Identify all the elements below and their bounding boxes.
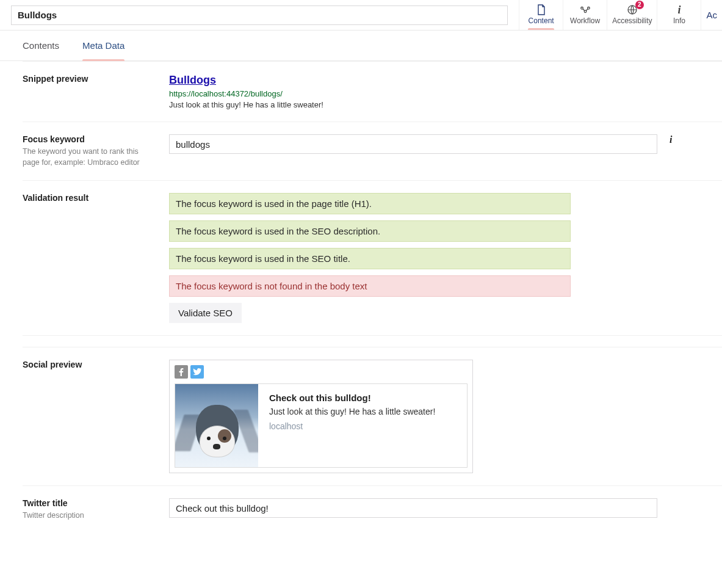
row-focus-keyword: Focus keyword The keyword you want to ra… bbox=[23, 122, 722, 181]
editor-header: Content Workflow 2 Accessibility i Info … bbox=[0, 0, 722, 31]
apps-bar: Content Workflow 2 Accessibility i Info … bbox=[519, 0, 722, 30]
twitter-icon[interactable] bbox=[190, 365, 204, 379]
validation-item: The focus keyword is not found in the bo… bbox=[169, 275, 571, 297]
social-card-title: Check out this bulldog! bbox=[269, 393, 435, 403]
social-card-description: Just look at this guy! He has a little s… bbox=[269, 407, 435, 416]
document-icon bbox=[536, 4, 547, 15]
snippet-description: Just look at this guy! He has a little s… bbox=[169, 100, 709, 109]
facebook-icon[interactable] bbox=[175, 365, 188, 379]
row-snippet-preview: Snippet preview Bulldogs https://localho… bbox=[23, 62, 722, 122]
app-overflow: Ac bbox=[701, 0, 722, 30]
focus-keyword-input[interactable] bbox=[169, 134, 657, 154]
tab-metadata[interactable]: Meta Data bbox=[82, 31, 125, 60]
section-label: Validation result bbox=[23, 193, 157, 203]
validation-item: The focus keyword is used in the SEO des… bbox=[169, 220, 571, 242]
twitter-title-input[interactable] bbox=[169, 498, 657, 518]
app-label: Accessibility bbox=[612, 16, 652, 25]
social-preview-card: Check out this bulldog! Just look at thi… bbox=[169, 360, 473, 473]
page-name-input[interactable] bbox=[11, 5, 508, 25]
field-info-icon[interactable]: i bbox=[670, 134, 672, 145]
section-label: Focus keyword bbox=[23, 134, 157, 144]
app-content[interactable]: Content bbox=[519, 0, 563, 30]
tab-contents[interactable]: Contents bbox=[23, 31, 59, 60]
app-info[interactable]: i Info bbox=[657, 0, 701, 30]
workflow-icon bbox=[580, 4, 591, 15]
row-social-preview: Social preview bbox=[23, 347, 722, 486]
section-label: Social preview bbox=[23, 360, 157, 369]
section-description: Twitter description bbox=[23, 510, 157, 521]
globe-icon: 2 bbox=[627, 4, 638, 15]
snippet-title-link[interactable]: Bulldogs bbox=[169, 74, 216, 86]
validation-item: The focus keyword is used in the page ti… bbox=[169, 193, 571, 214]
section-label: Twitter title bbox=[23, 498, 157, 508]
validate-seo-button[interactable]: Validate SEO bbox=[169, 303, 242, 323]
social-card-host: localhost bbox=[269, 421, 435, 431]
title-wrap bbox=[0, 0, 519, 30]
row-twitter-title: Twitter title Twitter description bbox=[23, 486, 722, 534]
app-label: Info bbox=[673, 16, 685, 25]
subtabs: Contents Meta Data bbox=[0, 31, 722, 61]
app-label: Workflow bbox=[570, 16, 600, 25]
social-card-inner: Check out this bulldog! Just look at thi… bbox=[175, 383, 467, 468]
section-description: The keyword you want to rank this page f… bbox=[23, 147, 157, 168]
section-label: Snippet preview bbox=[23, 74, 157, 84]
validation-item: The focus keyword is used in the SEO tit… bbox=[169, 248, 571, 269]
app-accessibility[interactable]: 2 Accessibility bbox=[607, 0, 657, 30]
row-validation: Validation result The focus keyword is u… bbox=[23, 181, 722, 336]
social-card-image bbox=[175, 384, 258, 467]
app-label: Content bbox=[529, 16, 554, 25]
snippet-url: https://localhost:44372/bulldogs/ bbox=[169, 89, 709, 98]
app-badge: 2 bbox=[635, 1, 644, 9]
info-icon: i bbox=[674, 4, 685, 15]
editor-body: Snippet preview Bulldogs https://localho… bbox=[0, 61, 722, 552]
app-workflow[interactable]: Workflow bbox=[563, 0, 607, 30]
